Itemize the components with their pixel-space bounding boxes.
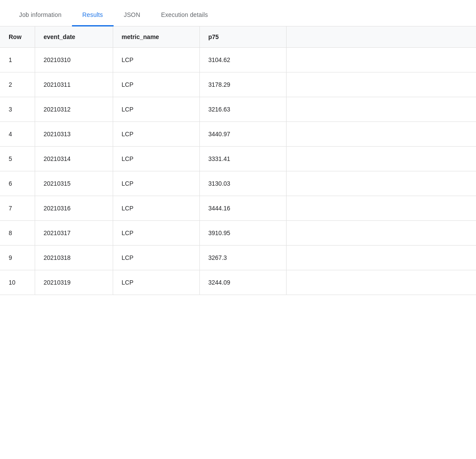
cell-row: 7 <box>0 196 35 221</box>
cell-p75: 3331.41 <box>199 147 286 171</box>
results-table: Rowevent_datemetric_namep75 120210310LCP… <box>0 26 476 295</box>
cell-event_date: 20210313 <box>35 122 113 147</box>
cell-p75: 3104.62 <box>199 48 286 72</box>
cell-event_date: 20210312 <box>35 97 113 122</box>
cell-event_date: 20210310 <box>35 48 113 72</box>
cell-extra <box>286 72 476 97</box>
table-row: 120210310LCP3104.62 <box>0 48 476 72</box>
table-row: 820210317LCP3910.95 <box>0 221 476 246</box>
cell-metric_name: LCP <box>113 246 199 270</box>
cell-event_date: 20210316 <box>35 196 113 221</box>
cell-extra <box>286 147 476 171</box>
table-row: 920210318LCP3267.3 <box>0 246 476 270</box>
cell-metric_name: LCP <box>113 147 199 171</box>
table-container: Rowevent_datemetric_namep75 120210310LCP… <box>0 26 476 295</box>
tab-json[interactable]: JSON <box>114 4 151 26</box>
table-row: 1020210319LCP3244.09 <box>0 270 476 295</box>
cell-metric_name: LCP <box>113 196 199 221</box>
cell-metric_name: LCP <box>113 97 199 122</box>
cell-row: 10 <box>0 270 35 295</box>
cell-p75: 3130.03 <box>199 171 286 196</box>
cell-row: 1 <box>0 48 35 72</box>
cell-event_date: 20210317 <box>35 221 113 246</box>
cell-metric_name: LCP <box>113 270 199 295</box>
cell-extra <box>286 221 476 246</box>
cell-extra <box>286 171 476 196</box>
cell-row: 3 <box>0 97 35 122</box>
cell-p75: 3910.95 <box>199 221 286 246</box>
cell-p75: 3440.97 <box>199 122 286 147</box>
table-row: 420210313LCP3440.97 <box>0 122 476 147</box>
table-row: 720210316LCP3444.16 <box>0 196 476 221</box>
cell-metric_name: LCP <box>113 72 199 97</box>
cell-p75: 3178.29 <box>199 72 286 97</box>
col-header-metric_name: metric_name <box>113 26 199 48</box>
table-header-row: Rowevent_datemetric_namep75 <box>0 26 476 48</box>
table-row: 520210314LCP3331.41 <box>0 147 476 171</box>
cell-row: 6 <box>0 171 35 196</box>
cell-p75: 3444.16 <box>199 196 286 221</box>
col-header-row: Row <box>0 26 35 48</box>
cell-p75: 3267.3 <box>199 246 286 270</box>
cell-metric_name: LCP <box>113 122 199 147</box>
cell-extra <box>286 196 476 221</box>
cell-extra <box>286 270 476 295</box>
cell-metric_name: LCP <box>113 221 199 246</box>
cell-extra <box>286 122 476 147</box>
tab-results[interactable]: Results <box>72 4 114 26</box>
table-row: 320210312LCP3216.63 <box>0 97 476 122</box>
cell-row: 8 <box>0 221 35 246</box>
table-row: 220210311LCP3178.29 <box>0 72 476 97</box>
tabs-container: Job informationResultsJSONExecution deta… <box>0 0 476 26</box>
cell-metric_name: LCP <box>113 48 199 72</box>
col-header-extra <box>286 26 476 48</box>
tab-execution-details[interactable]: Execution details <box>150 4 218 26</box>
cell-extra <box>286 246 476 270</box>
cell-row: 9 <box>0 246 35 270</box>
cell-metric_name: LCP <box>113 171 199 196</box>
cell-event_date: 20210311 <box>35 72 113 97</box>
cell-p75: 3216.63 <box>199 97 286 122</box>
col-header-p75: p75 <box>199 26 286 48</box>
cell-p75: 3244.09 <box>199 270 286 295</box>
cell-extra <box>286 97 476 122</box>
cell-row: 5 <box>0 147 35 171</box>
cell-row: 4 <box>0 122 35 147</box>
table-row: 620210315LCP3130.03 <box>0 171 476 196</box>
cell-event_date: 20210314 <box>35 147 113 171</box>
cell-extra <box>286 48 476 72</box>
tab-job-information[interactable]: Job information <box>9 4 72 26</box>
cell-event_date: 20210315 <box>35 171 113 196</box>
col-header-event_date: event_date <box>35 26 113 48</box>
cell-event_date: 20210318 <box>35 246 113 270</box>
cell-event_date: 20210319 <box>35 270 113 295</box>
cell-row: 2 <box>0 72 35 97</box>
